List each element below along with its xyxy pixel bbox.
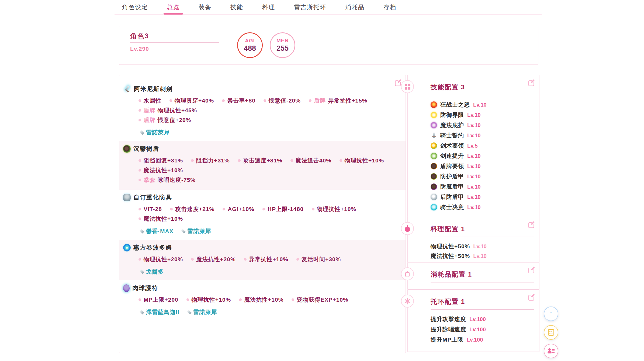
- stat-text: 宠物获得EXP+10%: [297, 295, 348, 305]
- config-row-level: Lv.10: [467, 122, 481, 128]
- config-row-name: 防御界限: [440, 111, 464, 119]
- tag-row: 鬱香·MAX 雷諾萊犀: [140, 227, 399, 235]
- tab-label: 料理: [262, 4, 275, 11]
- config-box-skills: 技能配置 3 狂战士之怒 Lv.10 防御界限 Lv.10 魔法庇护 Lv.10…: [407, 75, 539, 217]
- stat-chip: 盾牌 异常抗性+15%: [309, 96, 367, 105]
- config-row-level: Lv.10: [467, 163, 481, 169]
- bullet-icon: [296, 258, 299, 261]
- bullet-icon: [262, 208, 265, 210]
- ring-section-badge: [401, 295, 414, 308]
- tab[interactable]: 料理: [262, 3, 275, 15]
- config-list: 提升攻擊速度 Lv.100 提升詠唱速度 Lv.100 提升MP上限 Lv.10…: [431, 314, 536, 345]
- stat-line: 物理抗性+20% 魔法抗性+20% 异常抗性+10% 复活时间+30%: [139, 254, 399, 264]
- tag-label: 雷諾萊犀: [193, 308, 217, 316]
- config-row: 剑速提升 Lv.10: [431, 151, 536, 161]
- stat-value: 255: [276, 44, 289, 53]
- edit-equipment-button[interactable]: [395, 79, 402, 86]
- stat-text: 恨意值-20%: [269, 96, 301, 105]
- stat-text: 物理抗性+20%: [144, 254, 183, 264]
- tab[interactable]: 雷吉斯托环: [294, 3, 326, 15]
- tab-label: 存档: [383, 4, 396, 11]
- config-row-level: Lv.10: [467, 194, 481, 200]
- physical-shield-icon: [431, 173, 437, 180]
- tab[interactable]: 消耗品: [345, 3, 365, 15]
- dagger-icon: [123, 85, 131, 93]
- config-row-level: Lv.10: [467, 173, 481, 180]
- stat-text: 水属性: [144, 96, 161, 105]
- stat-text: 魔法抗性+10%: [244, 295, 283, 305]
- config-column: 技能配置 3 狂战士之怒 Lv.10 防御界限 Lv.10 魔法庇护 Lv.10…: [407, 75, 539, 352]
- consumables-section-badge: [401, 267, 414, 280]
- stat-chip: 魔法抗性+20%: [191, 254, 236, 264]
- tab[interactable]: 总览: [167, 3, 180, 15]
- tag-icon: [140, 270, 144, 274]
- stat-line: 阻挡回复+31% 阻挡力+31% 攻击速度+31% 魔法追击40% 物理抗性+1…: [139, 156, 399, 175]
- stat-chip: AGI+10%: [223, 204, 254, 214]
- tab[interactable]: 装备: [199, 3, 212, 15]
- magic-shield-icon: [431, 183, 437, 190]
- stat-text: MP上限+200: [144, 295, 178, 305]
- scroll-to-top-button[interactable]: [544, 306, 558, 321]
- config-row: 剑术要领 Lv.5: [431, 141, 536, 151]
- config-row-name: 盾牌要领: [440, 162, 464, 170]
- edit-consumables-button[interactable]: [528, 266, 535, 273]
- character-list-button[interactable]: [544, 344, 558, 358]
- bullet-icon: [139, 169, 141, 172]
- stat-line: 拳套 咏唱速度-75%: [139, 175, 399, 185]
- config-row: 骑士誓约 Lv.10: [431, 130, 536, 141]
- config-row-name: 提升攻擊速度: [431, 315, 466, 323]
- stat-chip: 异常抗性+10%: [244, 254, 288, 264]
- config-row: 狂战士之怒 Lv.10: [431, 100, 536, 110]
- page: 角色设定 总览 装备 技能 料理 雷吉斯托环 消耗品 存档 角色3 Lv.290…: [0, 0, 644, 361]
- config-row: 盾牌要领 Lv.10: [431, 161, 536, 171]
- stat-text: 恨意值+20%: [158, 115, 191, 125]
- edit-skills-button[interactable]: [528, 79, 535, 86]
- tag-label: 澤雷薩鳥迦II: [146, 308, 179, 316]
- tab[interactable]: 技能: [230, 3, 243, 15]
- bullet-icon: [238, 159, 241, 162]
- stat-chip: 魔法追击40%: [290, 156, 331, 165]
- main-row: 阿米尼斯刺劍 水属性 物理贯穿+40% 暴击率+80 恨意值-20% 盾牌 异常…: [119, 75, 542, 353]
- edit-ring-button[interactable]: [528, 294, 535, 301]
- calculator-icon: [548, 329, 554, 336]
- tab-label: 雷吉斯托环: [294, 4, 326, 11]
- config-row: 防魔盾甲 Lv.10: [431, 182, 536, 192]
- sword-speed-icon: [431, 153, 437, 159]
- config-row: 提升詠唱速度 Lv.100: [431, 324, 536, 335]
- config-row: 防御界限 Lv.10: [431, 110, 536, 120]
- berserk-rage-icon: [431, 101, 437, 108]
- tag-icon: [140, 130, 144, 135]
- tab[interactable]: 角色设定: [122, 3, 148, 15]
- edit-cooking-button[interactable]: [528, 221, 535, 228]
- stat-value: 488: [244, 44, 256, 53]
- crysta-tag: 雷諾萊犀: [187, 308, 217, 316]
- tab-label: 技能: [230, 4, 243, 11]
- stat-chip: 物理抗性+10%: [312, 204, 356, 214]
- edit-icon: [528, 294, 535, 301]
- config-row-level: Lv.10: [467, 112, 481, 118]
- calculator-button[interactable]: [544, 325, 558, 340]
- content-column: 角色设定 总览 装备 技能 料理 雷吉斯托环 消耗品 存档 角色3 Lv.290…: [115, 0, 542, 353]
- equipment-name-row: 惠方卷波多姆: [123, 244, 399, 252]
- equipment-name: 自订重化防具: [133, 193, 172, 202]
- skills-title: 技能配置 3: [431, 83, 534, 95]
- bullet-icon: [292, 298, 294, 301]
- bullet-icon: [139, 119, 141, 121]
- config-list: 物理抗性+50% Lv.10 魔法抗性+50% Lv.10: [431, 241, 536, 261]
- config-row-name: 狂战士之怒: [440, 101, 470, 108]
- stat-chip: 阻挡回复+31%: [139, 156, 183, 165]
- config-row-name: 魔法庇护: [440, 121, 464, 129]
- config-row-name: 提升詠唱速度: [431, 326, 466, 333]
- tab-label: 角色设定: [122, 4, 148, 11]
- config-row: 物理抗性+50% Lv.10: [431, 241, 536, 251]
- tab[interactable]: 存档: [383, 3, 396, 15]
- fab-stack: [544, 306, 558, 358]
- config-row-level: Lv.100: [469, 316, 486, 322]
- knight-resolve-icon: [431, 204, 437, 210]
- config-row: 防护盾甲 Lv.10: [431, 171, 536, 182]
- charm-icon: [123, 284, 130, 292]
- stat-text: 异常抗性+15%: [328, 96, 367, 105]
- bullet-icon: [244, 258, 247, 261]
- stat-chip: 攻击速度+31%: [238, 156, 282, 165]
- stat-prefix: 盾牌: [314, 96, 326, 105]
